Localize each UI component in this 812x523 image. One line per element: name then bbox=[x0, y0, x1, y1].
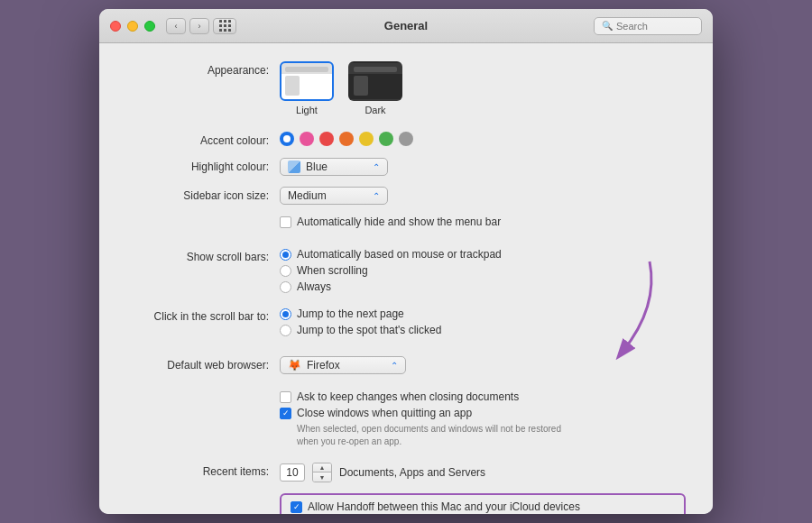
scroll-bars-scrolling-label: When scrolling bbox=[297, 264, 368, 277]
sidebar-icon-size-row: Sidebar icon size: Medium ⌃ bbox=[126, 187, 686, 205]
grid-button[interactable] bbox=[213, 18, 236, 34]
accent-colour-row: Accent colour: bbox=[126, 132, 686, 147]
handoff-row: Allow Handoff between this Mac and your … bbox=[126, 493, 686, 514]
default-browser-row: Default web browser: 🦊 Firefox ⌃ bbox=[126, 356, 686, 374]
sidebar-icon-size-content: Medium ⌃ bbox=[280, 187, 686, 205]
recent-items-label: Recent items: bbox=[126, 463, 280, 478]
highlight-colour-value: Blue bbox=[306, 161, 328, 173]
ask-changes-row: Ask to keep changes when closing documen… bbox=[280, 390, 686, 403]
scroll-bars-always-radio[interactable] bbox=[280, 281, 291, 293]
dark-label: Dark bbox=[364, 105, 385, 115]
dark-thumb[interactable] bbox=[348, 61, 402, 101]
click-scroll-bar-label: Click in the scroll bar to: bbox=[126, 307, 280, 323]
close-button[interactable] bbox=[110, 21, 121, 32]
stepper-down[interactable]: ▼ bbox=[313, 473, 331, 482]
search-box[interactable]: 🔍 bbox=[594, 17, 702, 35]
menu-bar-checkbox-label: Automatically hide and show the menu bar bbox=[297, 216, 501, 228]
handoff-label bbox=[126, 493, 280, 496]
show-scroll-bars-label: Show scroll bars: bbox=[126, 248, 280, 263]
nav-buttons: ‹ › bbox=[166, 18, 209, 34]
stepper-up[interactable]: ▲ bbox=[313, 463, 331, 473]
documents-content: Ask to keep changes when closing documen… bbox=[280, 390, 686, 452]
back-button[interactable]: ‹ bbox=[166, 18, 186, 34]
highlight-colour-label: Highlight colour: bbox=[126, 158, 280, 173]
light-thumb[interactable] bbox=[280, 61, 334, 101]
menu-bar-checkbox-row: Automatically hide and show the menu bar bbox=[280, 216, 686, 228]
search-input[interactable] bbox=[616, 21, 694, 32]
appearance-content: Light Dark bbox=[280, 61, 686, 115]
handoff-checkbox-row: Allow Handoff between this Mac and your … bbox=[291, 500, 675, 513]
accent-colour-blue[interactable] bbox=[280, 132, 294, 146]
traffic-lights bbox=[110, 21, 155, 32]
appearance-label: Appearance: bbox=[126, 61, 280, 77]
close-windows-row: Close windows when quitting an app bbox=[280, 407, 686, 419]
default-browser-arrow: ⌃ bbox=[391, 361, 398, 371]
search-icon: 🔍 bbox=[602, 21, 613, 31]
maximize-button[interactable] bbox=[144, 21, 155, 32]
recent-items-stepper[interactable]: ▲ ▼ bbox=[312, 463, 332, 482]
firefox-icon: 🦊 bbox=[288, 359, 301, 372]
accent-colour-label: Accent colour: bbox=[126, 132, 280, 147]
scroll-bars-scrolling-row: When scrolling bbox=[280, 264, 686, 277]
forward-button[interactable]: › bbox=[189, 18, 209, 34]
handoff-content: Allow Handoff between this Mac and your … bbox=[280, 493, 686, 514]
accent-colours bbox=[280, 132, 686, 146]
default-browser-dropdown[interactable]: 🦊 Firefox ⌃ bbox=[280, 356, 406, 374]
accent-colour-yellow[interactable] bbox=[359, 132, 374, 146]
appearance-light-option[interactable]: Light bbox=[280, 61, 334, 115]
scroll-bars-auto-radio[interactable] bbox=[280, 249, 291, 261]
show-scroll-bars-row: Show scroll bars: Automatically based on… bbox=[126, 248, 686, 297]
accent-colour-pink[interactable] bbox=[300, 132, 314, 146]
show-scroll-bars-content: Automatically based on mouse or trackpad… bbox=[280, 248, 686, 297]
scroll-bars-always-row: Always bbox=[280, 280, 686, 293]
accent-colour-red[interactable] bbox=[319, 132, 334, 146]
menu-bar-label bbox=[126, 216, 280, 218]
handoff-highlight-box: Allow Handoff between this Mac and your … bbox=[280, 493, 686, 514]
click-scroll-next-row: Jump to the next page bbox=[280, 307, 686, 320]
scroll-bars-scrolling-radio[interactable] bbox=[280, 265, 291, 277]
highlight-colour-row: Highlight colour: Blue ⌃ bbox=[126, 158, 686, 176]
sidebar-icon-size-dropdown[interactable]: Medium ⌃ bbox=[280, 187, 388, 205]
accent-colour-orange[interactable] bbox=[339, 132, 354, 146]
menu-bar-row: Automatically hide and show the menu bar bbox=[126, 216, 686, 232]
scroll-bars-auto-row: Automatically based on mouse or trackpad bbox=[280, 248, 686, 261]
appearance-dark-option[interactable]: Dark bbox=[348, 61, 402, 115]
window-title: General bbox=[384, 19, 428, 32]
click-scroll-next-radio[interactable] bbox=[280, 308, 291, 320]
click-scroll-spot-row: Jump to the spot that's clicked bbox=[280, 324, 686, 336]
scroll-bars-always-label: Always bbox=[297, 280, 331, 293]
note-text: When selected, open documents and window… bbox=[297, 423, 686, 448]
accent-colour-gray[interactable] bbox=[399, 132, 413, 146]
ask-changes-checkbox[interactable] bbox=[280, 391, 291, 403]
appearance-row: Appearance: Light Dark bbox=[126, 61, 686, 115]
titlebar: ‹ › General 🔍 bbox=[99, 9, 713, 43]
close-windows-label: Close windows when quitting an app bbox=[297, 407, 472, 419]
recent-items-content: 10 ▲ ▼ Documents, Apps and Servers bbox=[280, 463, 686, 482]
click-scroll-spot-label: Jump to the spot that's clicked bbox=[297, 324, 441, 336]
click-scroll-spot-radio[interactable] bbox=[280, 325, 291, 336]
default-browser-content: 🦊 Firefox ⌃ bbox=[280, 356, 686, 374]
documents-label bbox=[126, 390, 280, 393]
content-area: Appearance: Light Dark Accent colour: bbox=[99, 43, 713, 514]
scroll-bars-auto-label: Automatically based on mouse or trackpad bbox=[297, 248, 502, 261]
appearance-options: Light Dark bbox=[280, 61, 686, 115]
handoff-checkbox[interactable] bbox=[291, 501, 302, 513]
default-browser-value: Firefox bbox=[307, 359, 340, 372]
accent-colour-content bbox=[280, 132, 686, 146]
light-label: Light bbox=[296, 105, 318, 115]
click-scroll-next-label: Jump to the next page bbox=[297, 307, 404, 320]
highlight-colour-dropdown[interactable]: Blue ⌃ bbox=[280, 158, 388, 176]
close-windows-checkbox[interactable] bbox=[280, 408, 291, 419]
recent-items-value: 10 bbox=[280, 463, 305, 482]
accent-colour-green[interactable] bbox=[379, 132, 393, 146]
minimize-button[interactable] bbox=[127, 21, 138, 32]
recent-items-row: Recent items: 10 ▲ ▼ Documents, Apps and… bbox=[126, 463, 686, 482]
ask-changes-label: Ask to keep changes when closing documen… bbox=[297, 390, 519, 403]
highlight-colour-arrow: ⌃ bbox=[373, 162, 380, 172]
default-browser-label: Default web browser: bbox=[126, 356, 280, 372]
settings-window: ‹ › General 🔍 Appearance: Light bbox=[99, 9, 713, 514]
documents-row: Ask to keep changes when closing documen… bbox=[126, 390, 686, 452]
click-scroll-bar-row: Click in the scroll bar to: Jump to the … bbox=[126, 307, 686, 340]
menu-bar-checkbox[interactable] bbox=[280, 216, 291, 228]
sidebar-icon-size-arrow: ⌃ bbox=[373, 191, 380, 201]
